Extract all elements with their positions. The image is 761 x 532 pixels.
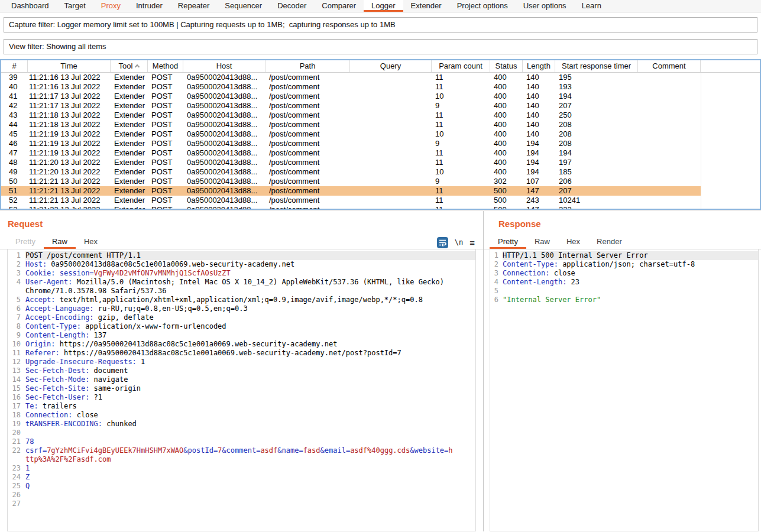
cell-time: 11:21:22 13 Jul 2022 bbox=[28, 205, 111, 210]
response-line-1: 1HTTP/1.1 500 Internal Server Error bbox=[490, 251, 758, 260]
cell-num: 40 bbox=[1, 82, 28, 92]
cell-num: 46 bbox=[1, 139, 28, 148]
log-row-43[interactable]: 4311:21:18 13 Jul 2022ExtenderPOST0a9500… bbox=[1, 111, 701, 120]
response-tabs: PrettyRawHexRender bbox=[484, 235, 761, 249]
column-header-length[interactable]: Length bbox=[523, 60, 555, 72]
request-tab-pretty[interactable]: Pretty bbox=[7, 235, 44, 249]
menu-tab-repeater[interactable]: Repeater bbox=[170, 0, 217, 12]
line-text bbox=[25, 491, 475, 499]
request-line-10: 10Origin: https://0a9500020413d88ac08c5c… bbox=[8, 340, 475, 349]
cell-num: 39 bbox=[1, 73, 28, 82]
line-text: 78 bbox=[25, 437, 475, 446]
line-number: 24 bbox=[8, 473, 21, 482]
menu-tab-sequencer[interactable]: Sequencer bbox=[217, 0, 270, 12]
response-editor[interactable]: 1HTTP/1.1 500 Internal Server Error2Cont… bbox=[490, 249, 759, 531]
capture-filter-bar[interactable]: Capture filter: Logger memory limit set … bbox=[4, 17, 757, 33]
request-line-2: 2Host: 0a9500020413d88ac08c5c1e001a0069.… bbox=[8, 260, 475, 269]
cell-status: 400 bbox=[490, 120, 523, 129]
response-tab-pretty[interactable]: Pretty bbox=[490, 235, 526, 249]
column-header-tool[interactable]: Tool bbox=[111, 60, 148, 72]
cell-status: 400 bbox=[490, 82, 523, 92]
log-row-50[interactable]: 5011:21:21 13 Jul 2022ExtenderPOST0a9500… bbox=[1, 177, 701, 186]
menu-tab-user-options[interactable]: User options bbox=[516, 0, 574, 12]
view-filter-bar[interactable]: View filter: Showing all items bbox=[4, 39, 757, 54]
log-row-41[interactable]: 4111:21:17 13 Jul 2022ExtenderPOST0a9500… bbox=[1, 92, 701, 101]
line-number: 3 bbox=[8, 269, 21, 278]
cell-num: 47 bbox=[1, 148, 28, 158]
line-number: 15 bbox=[8, 384, 21, 393]
cell-length: 107 bbox=[523, 177, 555, 186]
column-header-status[interactable]: Status bbox=[490, 60, 523, 72]
request-line-3: 3Cookie: session=VgFWy4D2vMfON7vMNMhjQ1S… bbox=[8, 269, 475, 278]
log-row-52[interactable]: 5211:21:21 13 Jul 2022ExtenderPOST0a9500… bbox=[1, 196, 701, 205]
menu-tab-intruder[interactable]: Intruder bbox=[128, 0, 170, 12]
cell-num: 41 bbox=[1, 92, 28, 101]
log-table: #TimeToolMethodHostPathQueryParam countS… bbox=[0, 59, 761, 210]
cell-method: POST bbox=[148, 129, 183, 139]
request-line-25: 25Q bbox=[8, 482, 475, 491]
column-header-time[interactable]: Time bbox=[28, 60, 111, 72]
log-row-46[interactable]: 4611:21:19 13 Jul 2022ExtenderPOST0a9500… bbox=[1, 139, 701, 148]
log-row-40[interactable]: 4011:21:16 13 Jul 2022ExtenderPOST0a9500… bbox=[1, 82, 701, 92]
menu-tab-project-options[interactable]: Project options bbox=[449, 0, 516, 12]
log-row-51[interactable]: 5111:21:21 13 Jul 2022ExtenderPOST0a9500… bbox=[1, 186, 701, 196]
request-editor[interactable]: 1POST /post/comment HTTP/1.12Host: 0a950… bbox=[7, 249, 476, 531]
log-row-44[interactable]: 4411:21:18 13 Jul 2022ExtenderPOST0a9500… bbox=[1, 120, 701, 129]
line-number: 17 bbox=[8, 402, 21, 411]
request-tab-hex[interactable]: Hex bbox=[76, 235, 106, 249]
log-row-48[interactable]: 4811:21:20 13 Jul 2022ExtenderPOST0a9500… bbox=[1, 158, 701, 167]
cell-method: POST bbox=[148, 139, 183, 148]
request-line-7: 7Accept-Encoding: gzip, deflate bbox=[8, 313, 475, 322]
log-row-45[interactable]: 4511:21:19 13 Jul 2022ExtenderPOST0a9500… bbox=[1, 129, 701, 139]
cell-param-count: 11 bbox=[432, 205, 490, 210]
cell-tool: Extender bbox=[111, 129, 148, 139]
line-text bbox=[503, 287, 758, 296]
log-row-53[interactable]: 5311:21:22 13 Jul 2022ExtenderPOST0a9500… bbox=[1, 205, 701, 210]
cell-path: /post/comment bbox=[265, 205, 350, 210]
column-header-query[interactable]: Query bbox=[350, 60, 432, 72]
menu-tab-comparer[interactable]: Comparer bbox=[314, 0, 364, 12]
request-line-18: 18Connection: close bbox=[8, 411, 475, 420]
cell-tool: Extender bbox=[111, 101, 148, 111]
request-line-27: 27 bbox=[8, 499, 475, 508]
cell-query bbox=[350, 158, 432, 167]
menu-tab-target[interactable]: Target bbox=[57, 0, 93, 12]
line-number: 16 bbox=[8, 393, 21, 402]
request-line-13: 13Sec-Fetch-Dest: document bbox=[8, 366, 475, 375]
request-tabs: PrettyRawHex bbox=[0, 235, 483, 249]
menu-tab-logger[interactable]: Logger bbox=[364, 0, 403, 12]
response-tab-raw[interactable]: Raw bbox=[526, 235, 558, 249]
cell-comment bbox=[638, 186, 701, 196]
column-header-path[interactable]: Path bbox=[265, 60, 350, 72]
log-row-47[interactable]: 4711:21:19 13 Jul 2022ExtenderPOST0a9500… bbox=[1, 148, 701, 158]
line-text: Origin: https://0a9500020413d88ac08c5c1e… bbox=[25, 340, 475, 349]
menu-tab-extender[interactable]: Extender bbox=[403, 0, 449, 12]
response-tab-render[interactable]: Render bbox=[588, 235, 630, 249]
line-number: 26 bbox=[8, 491, 21, 499]
column-header-host[interactable]: Host bbox=[183, 60, 265, 72]
cell-path: /post/comment bbox=[265, 101, 350, 111]
log-row-42[interactable]: 4211:21:17 13 Jul 2022ExtenderPOST0a9500… bbox=[1, 101, 701, 111]
nonprintable-chars-icon[interactable]: \n bbox=[455, 238, 463, 246]
column-header-start-response-timer[interactable]: Start response timer bbox=[555, 60, 638, 72]
log-row-49[interactable]: 4911:21:20 13 Jul 2022ExtenderPOST0a9500… bbox=[1, 167, 701, 177]
menu-tab-learn[interactable]: Learn bbox=[574, 0, 609, 12]
cell-param-count: 10 bbox=[432, 92, 490, 101]
request-tab-raw[interactable]: Raw bbox=[44, 235, 76, 249]
cell-param-count: 11 bbox=[432, 73, 490, 82]
column-header-num[interactable]: # bbox=[1, 60, 28, 72]
editor-settings-icon[interactable]: ≡ bbox=[469, 237, 475, 248]
log-row-39[interactable]: 3911:21:16 13 Jul 2022ExtenderPOST0a9500… bbox=[1, 73, 701, 82]
cell-start-response-timer: 206 bbox=[555, 177, 638, 186]
column-header-comment[interactable]: Comment bbox=[638, 60, 701, 72]
column-header-param-count[interactable]: Param count bbox=[432, 60, 490, 72]
menu-tab-proxy[interactable]: Proxy bbox=[93, 0, 128, 12]
cell-host: 0a9500020413d88... bbox=[183, 92, 265, 101]
response-tab-hex[interactable]: Hex bbox=[558, 235, 588, 249]
menu-tab-dashboard[interactable]: Dashboard bbox=[4, 0, 57, 12]
menu-tab-decoder[interactable]: Decoder bbox=[270, 0, 314, 12]
column-header-method[interactable]: Method bbox=[148, 60, 183, 72]
line-number: 4 bbox=[490, 278, 498, 287]
cell-length: 140 bbox=[523, 82, 555, 92]
word-wrap-icon[interactable] bbox=[437, 237, 448, 248]
